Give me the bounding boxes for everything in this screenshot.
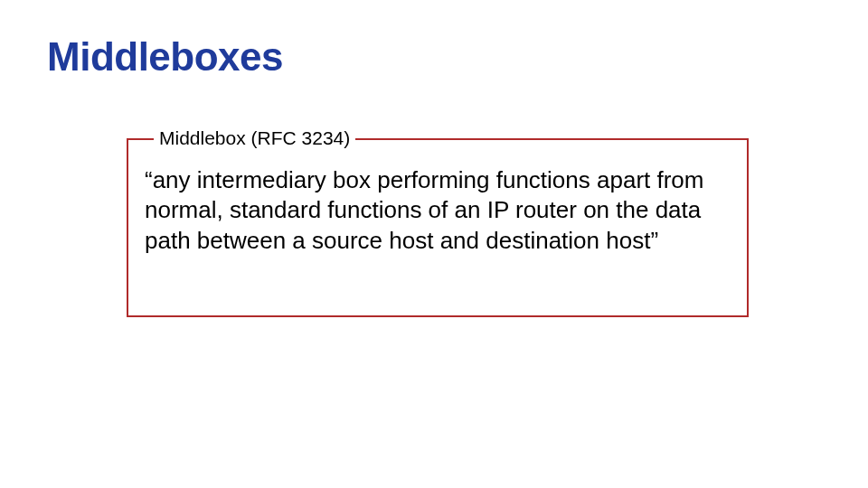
slide-title: Middleboxes [47, 34, 283, 80]
definition-text: “any intermediary box performing functio… [145, 165, 731, 256]
definition-box-legend: Middlebox (RFC 3234) [154, 127, 355, 149]
definition-box: Middlebox (RFC 3234) “any intermediary b… [127, 138, 749, 317]
